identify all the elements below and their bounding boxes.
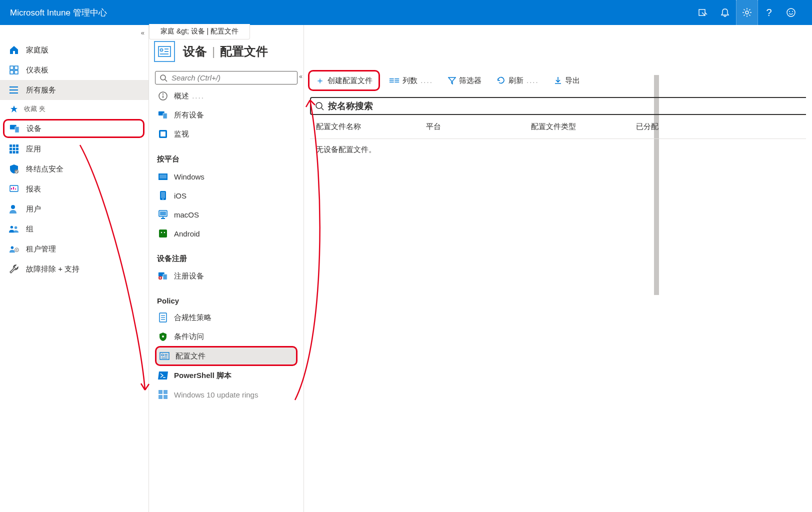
filter-icon xyxy=(448,76,456,84)
menu-ios[interactable]: iOS xyxy=(155,186,298,205)
tenant-icon xyxy=(9,244,19,254)
shield-icon xyxy=(9,164,19,174)
macos-icon xyxy=(158,210,168,220)
columns-icon: ≡≡ xyxy=(389,76,400,86)
menu-android[interactable]: Android xyxy=(155,224,298,243)
blade-search-input[interactable] xyxy=(172,74,293,82)
reports-icon xyxy=(9,184,19,194)
svg-rect-21 xyxy=(13,151,16,154)
windows-icon xyxy=(158,172,168,182)
svg-point-11 xyxy=(10,92,10,94)
svg-rect-15 xyxy=(13,144,16,147)
svg-point-10 xyxy=(10,90,10,90)
sidebar-item-dashboard[interactable]: 仪表板 xyxy=(0,60,148,80)
svg-point-76 xyxy=(316,102,322,108)
monitor-icon xyxy=(158,129,168,139)
wrench-icon xyxy=(9,264,19,274)
menu-powershell[interactable]: PowerShell 脚本 xyxy=(155,366,298,385)
sidebar-item-troubleshoot[interactable]: 故障排除 + 支持 xyxy=(0,259,148,279)
menu-conditional-access[interactable]: 条件访问 xyxy=(155,327,298,346)
create-profile-button[interactable]: ＋ 创建配置文件 xyxy=(308,70,380,91)
page-subtitle: 配置文件 xyxy=(220,44,268,60)
menu-compliance[interactable]: 合规性策略 xyxy=(155,308,298,327)
plus-icon: ＋ xyxy=(316,74,324,86)
help-icon[interactable]: ? xyxy=(758,0,780,25)
svg-rect-8 xyxy=(14,70,18,74)
filter-button[interactable]: 筛选器 xyxy=(442,73,488,88)
col-name[interactable]: 配置文件名称 xyxy=(316,122,396,132)
svg-rect-5 xyxy=(10,66,14,70)
svg-rect-73 xyxy=(164,390,168,394)
menu-macos[interactable]: macOS xyxy=(155,205,298,224)
sidebar-item-users[interactable]: 用户 xyxy=(0,199,148,219)
svg-rect-60 xyxy=(160,277,161,278)
sidebar-item-devices[interactable]: 设备 xyxy=(3,119,144,138)
svg-point-39 xyxy=(162,94,164,94)
sidebar-item-home[interactable]: 家庭版 xyxy=(0,40,148,60)
collapse-sidebar-icon[interactable]: « xyxy=(141,29,144,36)
sidebar-item-reports[interactable]: 报表 xyxy=(0,179,148,199)
blade-search-box[interactable] xyxy=(155,71,298,84)
powershell-icon xyxy=(158,370,168,380)
devices-icon xyxy=(10,124,20,134)
menu-enroll-devices[interactable]: 注册设备 xyxy=(155,266,298,286)
svg-rect-42 xyxy=(163,113,167,118)
svg-point-30 xyxy=(16,249,18,250)
svg-point-4 xyxy=(792,11,793,12)
menu-config-profiles[interactable]: 配置文件 xyxy=(155,346,298,366)
col-type[interactable]: 配置文件类型 xyxy=(531,122,606,132)
refresh-button[interactable]: 刷新 xyxy=(490,73,545,88)
main-search-box[interactable]: 按名称搜索 xyxy=(310,97,806,115)
export-button[interactable]: 导出 xyxy=(548,73,586,88)
svg-point-32 xyxy=(160,49,163,52)
menu-update-rings[interactable]: Windows 10 update rings xyxy=(155,385,298,404)
svg-rect-74 xyxy=(158,395,162,399)
page-title: 设备 xyxy=(183,44,207,60)
svg-rect-6 xyxy=(14,66,18,70)
sidebar-item-endpoint-security[interactable]: 终结点安全 xyxy=(0,159,148,179)
svg-rect-13 xyxy=(15,126,19,132)
svg-point-9 xyxy=(10,86,10,88)
svg-point-56 xyxy=(164,232,165,233)
svg-line-77 xyxy=(322,108,324,110)
svg-point-26 xyxy=(10,226,13,228)
menu-all-devices[interactable]: 所有设备 xyxy=(155,106,298,124)
enroll-icon xyxy=(158,271,168,281)
svg-point-1 xyxy=(746,11,748,14)
col-assigned[interactable]: 已分配 xyxy=(636,122,696,132)
app-title: Microsoft Intune 管理中心 xyxy=(10,7,107,18)
menu-overview[interactable]: 概述 xyxy=(155,86,298,106)
sidebar-item-all-services[interactable]: 所有服务 xyxy=(0,80,148,100)
menu-windows[interactable]: Windows xyxy=(155,167,298,186)
svg-point-3 xyxy=(789,11,790,12)
svg-point-66 xyxy=(162,336,164,338)
refresh-icon xyxy=(496,76,506,85)
devices-icon xyxy=(158,110,168,120)
directory-icon[interactable] xyxy=(692,0,714,25)
menu-monitor[interactable]: 监视 xyxy=(155,124,298,144)
svg-point-27 xyxy=(14,226,17,229)
svg-rect-20 xyxy=(10,151,12,154)
info-icon xyxy=(158,91,168,101)
svg-rect-54 xyxy=(159,230,167,238)
sidebar-item-groups[interactable]: 组 xyxy=(0,219,148,239)
notifications-icon[interactable] xyxy=(714,0,736,25)
breadcrumb[interactable]: 家庭 &gt; 设备 | 配置文件 xyxy=(149,24,250,40)
dashboard-icon xyxy=(9,65,19,75)
columns-button[interactable]: ≡≡ 列数 xyxy=(383,72,439,89)
download-icon xyxy=(554,76,562,84)
sidebar-item-tenant[interactable]: 租户管理 xyxy=(0,239,148,259)
settings-icon[interactable] xyxy=(736,0,758,25)
expand-blade-icon[interactable]: « xyxy=(299,73,302,80)
section-policy: Policy xyxy=(155,286,298,308)
search-icon xyxy=(315,102,324,110)
svg-point-49 xyxy=(162,198,164,200)
feedback-icon[interactable] xyxy=(780,0,802,25)
svg-point-36 xyxy=(160,75,166,80)
svg-point-28 xyxy=(11,246,14,249)
top-bar: Microsoft Intune 管理中心 ? xyxy=(0,0,812,25)
table-header: 配置文件名称 平台 配置文件类型 已分配 xyxy=(304,115,812,138)
col-platform[interactable]: 平台 xyxy=(426,122,501,132)
svg-point-68 xyxy=(162,354,164,356)
sidebar-item-apps[interactable]: 应用 xyxy=(0,139,148,159)
